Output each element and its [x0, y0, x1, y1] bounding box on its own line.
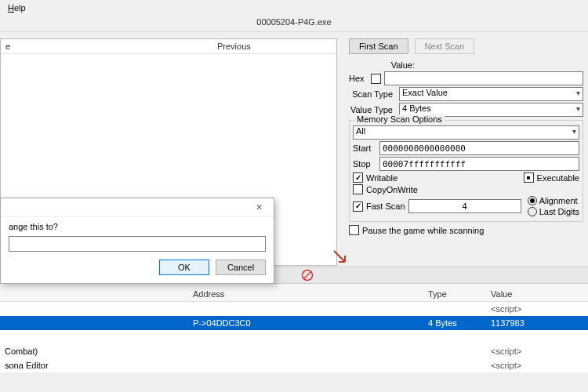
start-address-input[interactable]	[379, 141, 579, 155]
memory-scan-options-title: Memory Scan Options	[354, 114, 445, 124]
no-entry-icon	[299, 267, 315, 283]
results-col-value[interactable]: e	[1, 39, 212, 53]
table-row[interactable]: sona Editor <script>	[0, 358, 588, 372]
cancel-button[interactable]: Cancel	[216, 260, 266, 275]
results-col-previous[interactable]: Previous	[212, 39, 336, 53]
cheat-table-rows[interactable]: <script> P->04DDC3C0 4 Bytes 1137983 Com…	[0, 302, 588, 372]
change-value-dialog: ✕ ange this to? OK Cancel	[0, 198, 274, 284]
col-address[interactable]: Address	[188, 287, 423, 301]
window-title: 00005204-P4G.exe	[0, 16, 588, 31]
scan-type-label: Scan Type	[349, 89, 396, 99]
scan-results-header: e Previous	[1, 39, 336, 54]
stop-label: Stop	[353, 159, 376, 169]
table-row[interactable]: P->04DDC3C0 4 Bytes 1137983	[0, 316, 588, 330]
scan-type-select[interactable]: Exact Value	[399, 87, 583, 101]
fast-scan-checkbox[interactable]	[353, 201, 363, 212]
add-to-list-arrow-icon[interactable]	[332, 249, 347, 263]
copyonwrite-label: CopyOnWrite	[366, 185, 418, 194]
dialog-value-input[interactable]	[9, 236, 266, 252]
memory-scan-options: Memory Scan Options All Start Stop Writa…	[349, 120, 583, 222]
dialog-prompt: ange this to?	[9, 222, 266, 231]
next-scan-button: Next Scan	[415, 38, 475, 54]
menubar: HHelpelp	[0, 0, 588, 16]
table-row[interactable]: Combat) <script>	[0, 344, 588, 358]
memory-region-select[interactable]: All	[353, 125, 579, 140]
last-digits-radio[interactable]	[528, 207, 537, 216]
writable-label: Writable	[366, 173, 397, 183]
cheat-table-header: Address Type Value	[0, 284, 588, 302]
table-row[interactable]: <script>	[0, 302, 588, 316]
pause-game-checkbox[interactable]	[349, 225, 359, 235]
close-icon[interactable]: ✕	[247, 200, 270, 216]
last-digits-label: Last Digits	[539, 207, 579, 216]
writable-checkbox[interactable]	[353, 172, 363, 183]
scan-controls: First Scan Next Scan Value: Hex Scan Typ…	[349, 38, 588, 237]
col-value[interactable]: Value	[486, 287, 588, 301]
alignment-label: Alignment	[539, 196, 578, 205]
executable-label: Executable	[537, 173, 579, 183]
start-label: Start	[353, 143, 376, 153]
col-type[interactable]: Type	[423, 287, 486, 301]
scan-value-input[interactable]	[384, 71, 583, 85]
hex-checkbox[interactable]	[371, 74, 381, 84]
svg-line-1	[304, 272, 311, 279]
copyonwrite-checkbox[interactable]	[353, 184, 363, 194]
value-label: Value:	[349, 60, 418, 70]
pause-game-label: Pause the game while scanning	[362, 226, 484, 235]
first-scan-button[interactable]: First Scan	[349, 38, 408, 54]
stop-address-input[interactable]	[379, 157, 579, 171]
hex-label: Hex	[349, 74, 368, 83]
alignment-radio[interactable]	[528, 196, 537, 205]
executable-checkbox[interactable]	[524, 172, 534, 183]
col-description[interactable]	[0, 287, 188, 301]
fast-scan-value-input[interactable]	[408, 199, 521, 213]
fast-scan-label: Fast Scan	[366, 201, 405, 211]
menu-help[interactable]: HHelpelp	[5, 2, 29, 14]
table-row[interactable]	[0, 330, 588, 344]
ok-button[interactable]: OK	[159, 260, 209, 275]
value-type-label: Value Type	[349, 105, 396, 114]
